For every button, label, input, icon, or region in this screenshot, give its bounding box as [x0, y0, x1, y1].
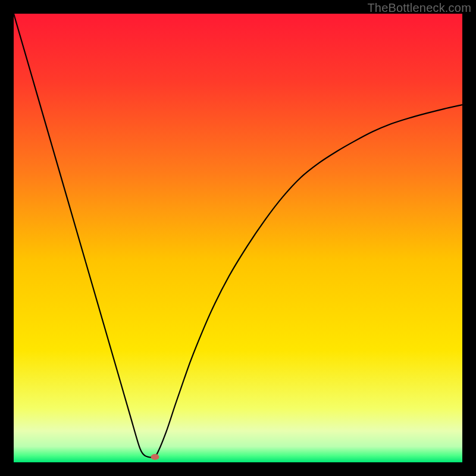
plot-area: [14, 14, 462, 462]
gradient-background: [14, 14, 462, 462]
attribution-label: TheBottleneck.com: [367, 1, 471, 15]
chart-frame: TheBottleneck.com: [0, 0, 476, 476]
vertex-marker: [151, 454, 159, 460]
chart-svg: [14, 14, 462, 462]
